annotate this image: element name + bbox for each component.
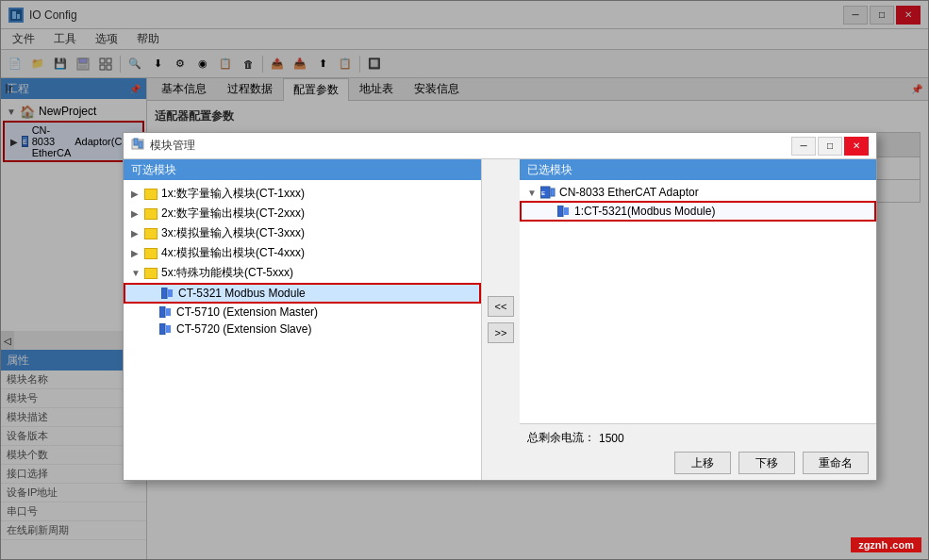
avail-label-2: 2x:数字量输出模块(CT-2xxx) xyxy=(161,206,305,222)
avail-label-ct5710: CT-5710 (Extension Master) xyxy=(176,305,318,319)
avail-module-icon-ct5710 xyxy=(159,306,173,318)
available-header: 可选模块 xyxy=(124,159,481,180)
add-module-button[interactable]: << xyxy=(488,296,514,317)
watermark-text2: .com xyxy=(889,539,914,551)
selected-expand-cn8033: ▼ xyxy=(527,188,537,198)
svg-rect-15 xyxy=(159,306,165,318)
selected-item-cn8033[interactable]: ▼ E CN-8033 EtherCAT Adaptor xyxy=(520,184,876,201)
avail-label-ct5321: CT-5321 Modbus Module xyxy=(178,287,306,300)
selected-header: 已选模块 xyxy=(520,159,876,180)
avail-group-4[interactable]: ▶ 4x:模拟量输出模块(CT-4xxx) xyxy=(124,243,481,263)
avail-group-2[interactable]: ▶ 2x:数字量输出模块(CT-2xxx) xyxy=(124,204,481,223)
avail-module-icon-ct5321 xyxy=(161,288,174,299)
modal-maximize-button[interactable]: □ xyxy=(818,137,842,156)
arrow-panel: << >> xyxy=(482,159,520,480)
avail-item-ct5710[interactable]: CT-5710 (Extension Master) xyxy=(124,304,481,321)
avail-item-ct5321[interactable]: CT-5321 Modbus Module xyxy=(124,283,481,304)
avail-folder-icon-2 xyxy=(144,208,158,220)
avail-folder-icon-1 xyxy=(144,189,158,200)
remove-module-button[interactable]: >> xyxy=(488,322,514,343)
current-flow-row: 总剩余电流： 1500 xyxy=(527,430,869,446)
avail-item-ct5720[interactable]: CT-5720 (Extension Slave) xyxy=(124,321,481,338)
move-up-button[interactable]: 上移 xyxy=(674,452,731,474)
watermark: zgznh .com xyxy=(851,537,921,552)
modal-action-buttons: 上移 下移 重命名 xyxy=(527,452,869,474)
avail-group-5[interactable]: ▼ 5x:特殊功能模块(CT-5xxx) xyxy=(124,263,481,283)
move-down-button[interactable]: 下移 xyxy=(738,452,795,474)
svg-text:E: E xyxy=(541,190,545,196)
svg-rect-17 xyxy=(159,323,165,335)
avail-label-3: 3x:模拟量输入模块(CT-3xxx) xyxy=(161,225,305,241)
avail-label-1: 1x:数字量输入模块(CT-1xxx) xyxy=(161,186,305,202)
modal-title-controls: ─ □ ✕ xyxy=(791,137,869,156)
modal-body: 可选模块 ▶ 1x:数字量输入模块(CT-1xxx) ▶ 2x:数字量输出模块(… xyxy=(124,159,876,480)
modal-title-icon xyxy=(131,138,144,154)
selected-label-cn8033: CN-8033 EtherCAT Adaptor xyxy=(559,186,699,199)
svg-rect-12 xyxy=(139,141,142,148)
svg-rect-14 xyxy=(168,289,173,297)
avail-label-5: 5x:特殊功能模块(CT-5xxx) xyxy=(161,265,293,281)
avail-expand-5: ▼ xyxy=(131,268,141,278)
avail-folder-icon-5 xyxy=(144,268,158,279)
selected-modules-panel: 已选模块 ▼ E CN-8033 EtherCAT Adap xyxy=(520,159,876,480)
current-flow-value: 1500 xyxy=(599,432,624,445)
modal-minimize-button[interactable]: ─ xyxy=(791,137,816,156)
svg-rect-11 xyxy=(134,139,138,145)
selected-device-icon: E xyxy=(540,186,556,199)
svg-rect-16 xyxy=(166,308,171,316)
selected-item-ct5321[interactable]: 1:CT-5321(Modbus Module) xyxy=(520,201,876,222)
module-manager-dialog: 模块管理 ─ □ ✕ 可选模块 ▶ 1x:数字量输入模块(CT-1xx xyxy=(123,132,877,481)
avail-group-3[interactable]: ▶ 3x:模拟量输入模块(CT-3xxx) xyxy=(124,223,481,243)
avail-expand-2: ▶ xyxy=(131,208,141,219)
avail-folder-icon-4 xyxy=(144,248,158,259)
watermark-text1: zgznh xyxy=(858,539,888,551)
modal-overlay: 模块管理 ─ □ ✕ 可选模块 ▶ 1x:数字量输入模块(CT-1xx xyxy=(0,0,929,560)
available-modules-panel: 可选模块 ▶ 1x:数字量输入模块(CT-1xxx) ▶ 2x:数字量输出模块(… xyxy=(124,159,482,480)
avail-label-4: 4x:模拟量输出模块(CT-4xxx) xyxy=(161,245,305,261)
svg-rect-23 xyxy=(564,207,569,215)
selected-module-icon-ct5321 xyxy=(557,206,571,217)
avail-group-1[interactable]: ▶ 1x:数字量输入模块(CT-1xxx) xyxy=(124,184,481,204)
avail-module-icon-ct5720 xyxy=(159,323,173,335)
svg-rect-20 xyxy=(551,189,555,196)
svg-rect-22 xyxy=(557,206,563,217)
selected-header-text: 已选模块 xyxy=(527,162,572,178)
selected-tree: ▼ E CN-8033 EtherCAT Adaptor xyxy=(520,180,876,423)
modal-title-text: 模块管理 xyxy=(150,138,786,154)
current-flow-label: 总剩余电流： xyxy=(527,430,595,446)
rename-button[interactable]: 重命名 xyxy=(803,452,869,474)
svg-rect-18 xyxy=(166,325,171,333)
modal-close-button[interactable]: ✕ xyxy=(844,137,869,156)
avail-folder-icon-3 xyxy=(144,228,158,239)
avail-expand-3: ▶ xyxy=(131,228,141,239)
avail-expand-1: ▶ xyxy=(131,189,141,199)
selected-label-ct5321: 1:CT-5321(Modbus Module) xyxy=(574,205,715,218)
available-header-text: 可选模块 xyxy=(131,162,176,178)
avail-expand-4: ▶ xyxy=(131,248,141,258)
modal-title-bar: 模块管理 ─ □ ✕ xyxy=(124,133,876,159)
svg-rect-13 xyxy=(161,288,167,299)
modal-footer: 总剩余电流： 1500 上移 下移 重命名 xyxy=(520,423,876,480)
available-tree: ▶ 1x:数字量输入模块(CT-1xxx) ▶ 2x:数字量输出模块(CT-2x… xyxy=(124,180,481,480)
avail-label-ct5720: CT-5720 (Extension Slave) xyxy=(176,322,311,336)
